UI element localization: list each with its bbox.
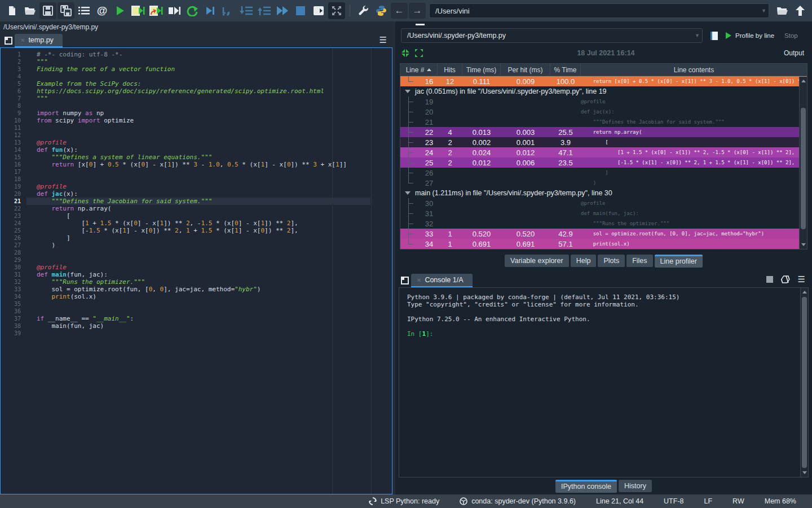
code-line[interactable]: 7"""	[1, 95, 392, 102]
code-line[interactable]: 24 [1 + 1.5 * (x[0] - x[1]) ** 2, -1.5 *…	[1, 220, 392, 227]
code-line[interactable]: 10from scipy import optimize	[1, 117, 392, 124]
code-line[interactable]: 9import numpy as np	[1, 110, 392, 117]
chevron-down-icon[interactable]: ▼	[761, 8, 766, 14]
tab-ipython-console[interactable]: IPython console	[555, 480, 617, 493]
interrupt-kernel-icon[interactable]	[766, 276, 773, 283]
editor-options-menu-icon[interactable]: ☰	[379, 35, 387, 45]
profiler-doc-icon[interactable]	[707, 27, 721, 44]
line-number[interactable]: 16	[1, 161, 27, 168]
status-rw[interactable]: RW	[732, 497, 744, 505]
maximize-pane-icon[interactable]	[310, 2, 327, 19]
line-number[interactable]: 34	[1, 293, 27, 300]
code-line[interactable]: 8	[1, 102, 392, 110]
code-line[interactable]: 36	[1, 308, 392, 315]
profiler-stop-button[interactable]: Stop	[784, 32, 798, 39]
profiler-table-row[interactable]: 30@profile	[400, 198, 807, 208]
new-file-icon[interactable]	[3, 2, 20, 19]
profiler-table-row[interactable]: 26 ]	[400, 168, 807, 178]
line-number[interactable]: 5	[1, 80, 27, 87]
line-number[interactable]: 37	[1, 315, 27, 322]
status-conda[interactable]: conda: spyder-dev (Python 3.9.6)	[460, 497, 576, 505]
tab-temp-py[interactable]: ✕ temp.py	[15, 34, 63, 47]
line-number[interactable]: 15	[1, 154, 27, 161]
code-line[interactable]: 23 [	[1, 212, 392, 220]
step-over-icon[interactable]	[220, 2, 237, 19]
profiler-section-row[interactable]: jac (0.051ms) in file "/Users/vini/.spyd…	[400, 86, 807, 97]
code-line[interactable]: 33 sol = optimize.root(fun, [0, 0], jac=…	[1, 286, 392, 293]
forward-icon[interactable]: →	[409, 3, 426, 19]
line-number[interactable]: 22	[1, 205, 27, 212]
code-line[interactable]: 6https://docs.scipy.org/doc/scipy/refere…	[1, 87, 392, 95]
code-line[interactable]: 25 [-1.5 * (x[1] - x[0]) ** 2, 1 + 1.5 *…	[1, 227, 392, 234]
line-number[interactable]: 17	[1, 168, 27, 176]
status-lf[interactable]: LF	[704, 497, 713, 505]
profiler-table-header[interactable]: Line # Hits Time (ms) Per hit (ms) % Tim…	[400, 64, 807, 76]
line-number[interactable]: 4	[1, 73, 27, 80]
step-into-icon[interactable]	[238, 2, 255, 19]
status-line-21-col-44[interactable]: Line 21, Col 44	[596, 497, 643, 505]
line-number[interactable]: 1	[1, 51, 27, 58]
code-line[interactable]: 11	[1, 124, 392, 132]
code-line[interactable]: 32 """Runs the optimizer."""	[1, 278, 392, 286]
ipython-console[interactable]: Python 3.9.6 | packaged by conda-forge |…	[399, 287, 809, 478]
profiler-table-row[interactable]: 2420.0240.01247.1 [1 + 1.5 * (x[0] - x[1…	[400, 147, 807, 157]
line-number[interactable]: 25	[1, 227, 27, 234]
profiler-file-combo[interactable]: /Users/vini/.spyder-py3/temp.py ▼	[401, 28, 703, 43]
run-cell-advance-icon[interactable]	[148, 2, 165, 19]
tab-history[interactable]: History	[619, 480, 652, 492]
code-line[interactable]: 30@profile	[1, 264, 392, 271]
save-icon[interactable]	[39, 2, 56, 19]
code-line[interactable]: 39	[1, 330, 392, 337]
code-line[interactable]: 18	[1, 176, 392, 183]
scroll-up-icon[interactable]	[801, 80, 806, 82]
run-cell-icon[interactable]	[130, 2, 147, 19]
expand-all-icon[interactable]	[414, 49, 423, 58]
collapse-all-icon[interactable]	[401, 49, 410, 58]
code-line[interactable]: 16 return [x[0] + 0.5 * (x[0] - x[1]) **…	[1, 161, 392, 168]
back-icon[interactable]: ←	[391, 3, 408, 19]
line-number[interactable]: 9	[1, 110, 27, 117]
line-number[interactable]: 11	[1, 124, 27, 132]
save-all-icon[interactable]	[58, 2, 74, 19]
close-icon[interactable]: ✕	[417, 277, 421, 283]
tab-line-profiler[interactable]: Line profiler	[655, 255, 703, 268]
tab-console-1a[interactable]: ✕ Console 1/A	[411, 274, 473, 287]
console-scrollbar[interactable]	[800, 288, 808, 477]
debug-stop-icon[interactable]	[292, 2, 309, 19]
line-number[interactable]: 20	[1, 190, 27, 198]
status-utf-8[interactable]: UTF-8	[664, 497, 683, 505]
code-line[interactable]: 1# -*- coding: utf-8 -*-	[1, 51, 392, 58]
code-editor[interactable]: 1# -*- coding: utf-8 -*-2"""3Finding the…	[0, 47, 392, 494]
clear-console-icon[interactable]	[781, 275, 790, 283]
code-line[interactable]: 19@profile	[1, 183, 392, 190]
debug-continue-icon[interactable]	[274, 2, 291, 19]
scroll-up-icon[interactable]	[802, 291, 807, 294]
line-number[interactable]: 19	[1, 183, 27, 190]
open-file-icon[interactable]	[21, 2, 38, 19]
run-file-icon[interactable]	[112, 2, 129, 19]
profiler-table-row[interactable]: 2320.0020.0013.9 [	[400, 137, 807, 147]
output-button[interactable]: Output	[784, 49, 804, 57]
profiler-table-row[interactable]: 2520.0120.00623.5 [-1.5 * (x[1] - x[0]) …	[400, 157, 807, 168]
profiler-table-row[interactable]: 27 )	[400, 178, 807, 188]
rerun-cell-icon[interactable]	[184, 2, 201, 19]
browse-tabs-icon[interactable]	[399, 274, 411, 287]
line-number[interactable]: 8	[1, 102, 27, 110]
line-number[interactable]: 39	[1, 330, 27, 337]
file-switcher-icon[interactable]	[76, 2, 92, 19]
line-number[interactable]: 10	[1, 117, 27, 124]
line-number[interactable]: 26	[1, 234, 27, 242]
preferences-wrench-icon[interactable]	[355, 2, 372, 19]
line-number[interactable]: 14	[1, 146, 27, 154]
console-options-menu-icon[interactable]: ☰	[798, 274, 805, 284]
step-out-icon[interactable]	[256, 2, 273, 19]
line-number[interactable]: 18	[1, 176, 27, 183]
fullscreen-icon[interactable]	[328, 2, 345, 19]
parent-dir-icon[interactable]	[792, 2, 809, 19]
line-number[interactable]: 13	[1, 139, 27, 146]
code-line[interactable]: 28	[1, 249, 392, 256]
profiler-table-row[interactable]: 19@profile	[400, 97, 807, 107]
scroll-down-icon[interactable]	[802, 471, 807, 474]
profiler-table-row[interactable]: 21 """Defines the Jacobian for said syst…	[400, 117, 807, 127]
code-line[interactable]: 29	[1, 256, 392, 264]
